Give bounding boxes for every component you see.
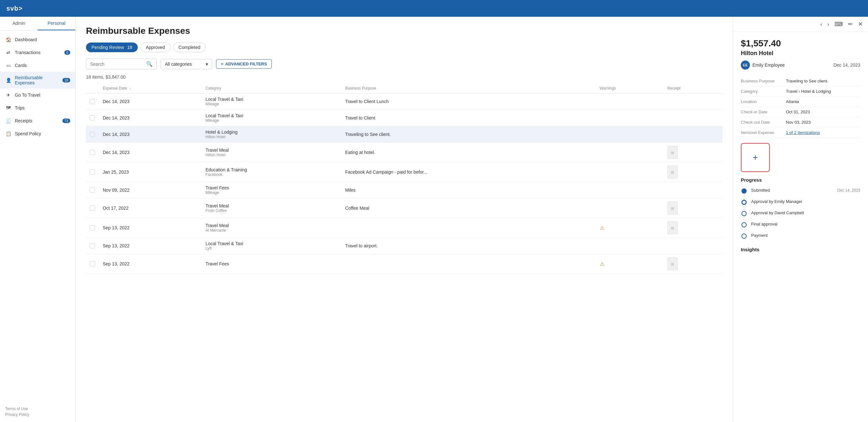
table-row[interactable]: Dec 14, 2023 Travel Meal Hilton Hotel Ea… <box>86 143 722 162</box>
col-checkbox <box>86 84 99 93</box>
table-row[interactable]: Dec 14, 2023 Local Travel & Taxi Mileage… <box>86 110 722 126</box>
row-category: Local Travel & Taxi Mileage <box>202 110 341 126</box>
row-checkbox[interactable] <box>90 206 95 211</box>
row-date: Sep 13, 2022 <box>99 254 202 274</box>
receipts-badge: 73 <box>62 119 70 123</box>
sidebar-item-reimbursable[interactable]: 👤 Reimbursable Expenses 18 <box>0 72 75 89</box>
expense-table: Expense Date ↓ Category Business Purpose… <box>86 84 722 274</box>
advanced-filters-button[interactable]: ≡ ADVANCED FILTERS <box>216 59 272 69</box>
avatar: EE <box>741 61 750 69</box>
progress-step-name: Payment <box>751 233 768 238</box>
row-date: Dec 14, 2023 <box>99 93 202 110</box>
category-select[interactable]: All categories ▾ <box>161 59 212 69</box>
col-expense-date[interactable]: Expense Date ↓ <box>99 84 202 93</box>
sidebar-item-transactions[interactable]: ⇄ Transactions 6 <box>0 46 75 59</box>
advanced-filters-label: ADVANCED FILTERS <box>225 62 267 66</box>
search-box[interactable]: 🔍 <box>86 59 157 69</box>
progress-info: Approval by Emily Manager <box>751 199 860 210</box>
row-checkbox[interactable] <box>90 170 95 175</box>
progress-step: Approval by David Campbell <box>741 210 860 222</box>
keyboard-icon[interactable]: ⌨ <box>835 21 843 28</box>
row-purpose: Travel to Client Lunch <box>341 93 596 110</box>
filter-tab-completed[interactable]: Completed <box>173 42 206 52</box>
row-checkbox[interactable] <box>90 187 95 193</box>
sidebar-item-trips[interactable]: 🗺 Trips <box>0 101 75 114</box>
table-row[interactable]: Sep 13, 2022 Local Travel & Taxi Lyft Tr… <box>86 238 722 254</box>
row-checkbox[interactable] <box>90 261 95 266</box>
chevron-down-icon: ▾ <box>206 62 208 67</box>
reimbursable-icon: 👤 <box>5 77 11 84</box>
row-receipt: ▤ <box>663 199 722 218</box>
row-checkbox[interactable] <box>90 115 95 120</box>
sidebar-item-receipts[interactable]: 🧾 Receipts 73 <box>0 114 75 127</box>
row-checkbox[interactable] <box>90 99 95 104</box>
business-purpose-label: Business Purpose <box>741 79 786 84</box>
terms-link[interactable]: Terms of Use <box>5 406 70 411</box>
employee-name: Emily Employee <box>752 62 785 68</box>
row-category: Travel Fees Mileage <box>202 182 341 199</box>
row-receipt <box>663 110 722 126</box>
prev-icon[interactable]: ‹ <box>820 21 822 28</box>
sidebar-item-go-to-travel[interactable]: ✈ Go To Travel <box>0 89 75 101</box>
tab-admin[interactable]: Admin <box>0 17 38 30</box>
table-row[interactable]: Nov 09, 2022 Travel Fees Mileage Miles <box>86 182 722 199</box>
table-row[interactable]: Oct 17, 2022 Travel Meal Froth Coffee Co… <box>86 199 722 218</box>
checkout-value: Nov 03, 2023 <box>786 120 811 125</box>
privacy-link[interactable]: Privacy Policy <box>5 412 70 417</box>
panel-body: $1,557.40 Hilton Hotel EE Emily Employee… <box>733 32 868 259</box>
table-row[interactable]: Jan 25, 2023 Education & Training Facebo… <box>86 162 722 182</box>
row-receipt <box>663 126 722 143</box>
row-warning <box>596 93 663 110</box>
table-row[interactable]: Dec 14, 2023 Hotel & Lodging Hilton Hote… <box>86 126 722 143</box>
row-purpose <box>341 254 596 274</box>
progress-dot <box>741 222 747 228</box>
receipt-upload-button[interactable]: + <box>741 143 770 172</box>
row-category: Travel Meal Hilton Hotel <box>202 143 341 162</box>
sidebar-item-spend-policy[interactable]: 📋 Spend Policy <box>0 127 75 140</box>
table-row[interactable]: Sep 13, 2022 Travel Meal Al Mercante ⚠ ▤ <box>86 218 722 238</box>
insights-title: Insights <box>741 247 860 252</box>
checkin-row: Check-in Date Oct 31, 2023 <box>741 107 860 117</box>
receipts-icon: 🧾 <box>5 118 11 124</box>
row-receipt <box>663 238 722 254</box>
next-icon[interactable]: › <box>828 21 829 28</box>
progress-step: Final approval <box>741 222 860 233</box>
row-category: Travel Meal Froth Coffee <box>202 199 341 218</box>
filter-tab-approved[interactable]: Approved <box>141 42 170 52</box>
row-receipt: ▤ <box>663 254 722 274</box>
svb-logo: svb> <box>6 5 23 12</box>
sidebar-tab-bar: Admin Personal <box>0 17 75 31</box>
edit-icon[interactable]: ✏ <box>848 21 853 28</box>
employee-row: EE Emily Employee Dec 14, 2023 <box>741 61 860 69</box>
sidebar-item-dashboard[interactable]: 🏠 Dashboard <box>0 33 75 46</box>
close-icon[interactable]: ✕ <box>858 21 863 28</box>
row-checkbox[interactable] <box>90 150 95 155</box>
progress-step-name: Approval by Emily Manager <box>751 199 802 204</box>
business-purpose-value: Traveling to See client. <box>786 79 828 84</box>
tab-personal[interactable]: Personal <box>38 17 75 30</box>
table-row[interactable]: Sep 13, 2022 Travel Fees ⚠ ▤ <box>86 254 722 274</box>
progress-dot <box>741 188 747 193</box>
row-receipt: ▤ <box>663 218 722 238</box>
progress-row: Approval by Emily Manager <box>751 199 860 204</box>
sidebar-item-cards[interactable]: ▭ Cards <box>0 59 75 72</box>
plus-icon: + <box>753 152 758 163</box>
row-date: Oct 17, 2022 <box>99 199 202 218</box>
search-input[interactable] <box>90 62 144 67</box>
table-row[interactable]: Dec 14, 2023 Local Travel & Taxi Mileage… <box>86 93 722 110</box>
row-checkbox[interactable] <box>90 132 95 137</box>
trips-icon: 🗺 <box>5 105 11 111</box>
progress-dot-container <box>741 222 747 228</box>
row-checkbox[interactable] <box>90 243 95 248</box>
filter-tabs: Pending Review 18 Approved Completed <box>86 42 722 52</box>
row-purpose: Traveling to See client. <box>341 126 596 143</box>
row-checkbox[interactable] <box>90 225 95 230</box>
travel-icon: ✈ <box>5 92 11 98</box>
row-date: Dec 14, 2023 <box>99 143 202 162</box>
category-row: Category Travel › Hotel & Lodging <box>741 86 860 97</box>
progress-info: Approval by David Campbell <box>751 210 860 222</box>
row-warning <box>596 143 663 162</box>
row-date: Jan 25, 2023 <box>99 162 202 182</box>
filter-tab-pending[interactable]: Pending Review 18 <box>86 42 138 52</box>
itemized-value[interactable]: 1 of 2 Itemizations <box>786 130 820 135</box>
